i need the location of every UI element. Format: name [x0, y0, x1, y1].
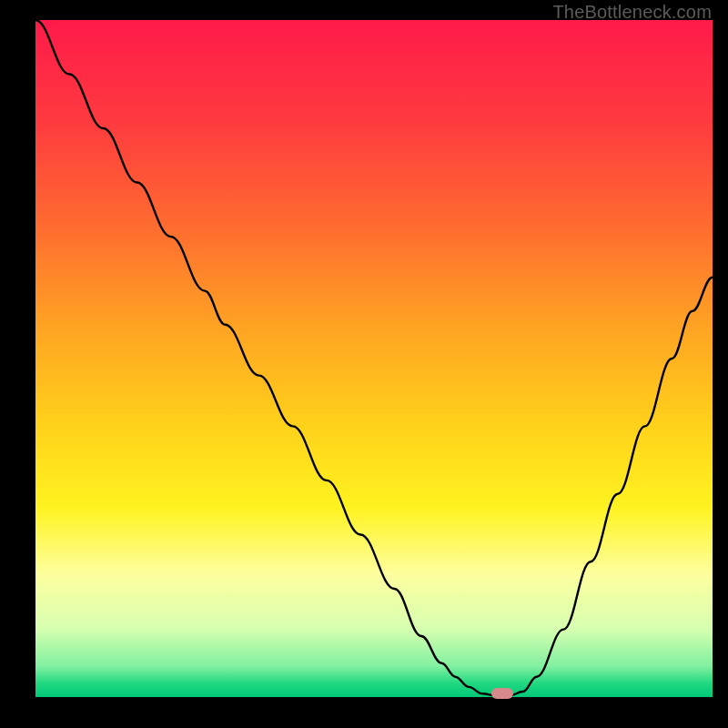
chart-container: TheBottleneck.com: [0, 0, 728, 728]
bottleneck-curve: [35, 20, 713, 697]
optimal-marker: [491, 688, 513, 699]
plot-area: [35, 20, 713, 697]
